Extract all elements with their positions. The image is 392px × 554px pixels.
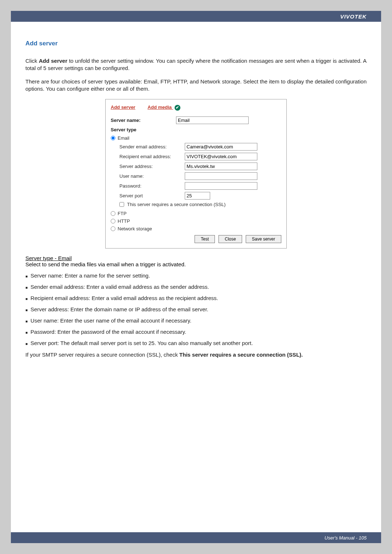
brand-text: VIVOTEK (340, 13, 367, 20)
bullet-list: Server name: Enter a name for the server… (25, 272, 367, 346)
add-media-link[interactable]: Add media ✔ (148, 104, 180, 110)
check-icon: ✔ (175, 105, 180, 111)
radio-email[interactable] (111, 136, 115, 140)
recipient-email-label: Recipient email address: (119, 154, 185, 159)
server-type-label: Server type (111, 127, 281, 132)
save-server-button[interactable]: Save server (246, 235, 281, 243)
sender-email-input[interactable] (185, 143, 257, 151)
footer-text: User's Manual - 105 (324, 535, 367, 541)
ssl-checkbox[interactable] (119, 202, 124, 207)
radio-email-label: Email (118, 135, 130, 141)
list-item: Server port: The default mail server por… (25, 340, 367, 346)
intro-paragraph-1: Click Add server to unfold the server se… (25, 57, 367, 72)
recipient-email-input[interactable] (185, 153, 257, 160)
section-title: Add server (25, 40, 367, 47)
radio-network-storage-row: Network storage (111, 226, 281, 231)
list-item: Sender email address: Enter a valid emai… (25, 284, 367, 290)
radio-network-storage[interactable] (111, 226, 115, 231)
email-fields: Sender email address: Recipient email ad… (119, 143, 281, 200)
radio-network-storage-label: Network storage (118, 226, 152, 231)
server-port-input[interactable] (185, 192, 210, 200)
server-type-email-subtext: Select to send the media files via email… (25, 261, 367, 267)
radio-http-row: HTTP (111, 218, 281, 224)
intro-paragraph-2: There are four choices of server types a… (25, 78, 367, 93)
password-label: Password: (119, 183, 185, 189)
radio-http[interactable] (111, 219, 115, 223)
radio-http-label: HTTP (118, 218, 130, 224)
footer-bar: User's Manual - 105 (11, 532, 381, 543)
add-server-dialog: Add server Add media ✔ Server name: Serv… (105, 99, 287, 249)
username-input[interactable] (185, 172, 257, 180)
add-media-link-label: Add media (148, 104, 172, 110)
add-server-link[interactable]: Add server (111, 104, 135, 110)
list-item: Password: Enter the password of the emai… (25, 329, 367, 335)
ssl-note: If your SMTP server requires a secure co… (25, 351, 367, 358)
list-item: Recipient email address: Enter a valid e… (25, 295, 367, 301)
intro-p1b: Add server (39, 58, 68, 64)
ssl-note-a: If your SMTP server requires a secure co… (25, 352, 179, 358)
server-type-email-heading: Server type - Email (25, 255, 367, 261)
list-item: User name: Enter the user name of the em… (25, 317, 367, 324)
ssl-label: This server requires a secure connection… (127, 202, 226, 207)
server-address-label: Server address: (119, 164, 185, 169)
test-button[interactable]: Test (195, 235, 215, 243)
server-name-label: Server name: (111, 118, 176, 123)
header-bar: VIVOTEK (11, 11, 381, 22)
sender-email-label: Sender email address: (119, 144, 185, 149)
server-port-label: Server port (119, 193, 185, 198)
dialog-tabs: Add server Add media ✔ (111, 104, 281, 111)
radio-ftp-label: FTP (118, 211, 127, 216)
radio-ftp[interactable] (111, 211, 115, 216)
close-button[interactable]: Close (219, 235, 242, 243)
server-name-input[interactable] (176, 116, 249, 124)
ssl-note-b: This server requires a secure connection… (179, 352, 303, 358)
radio-ftp-row: FTP (111, 211, 281, 216)
radio-email-row: Email (111, 135, 281, 141)
intro-p1a: Click (25, 58, 39, 64)
list-item: Server address: Enter the domain name or… (25, 306, 367, 312)
password-input[interactable] (185, 182, 257, 190)
intro-p1c: to unfold the server setting window. You… (25, 58, 367, 71)
server-address-input[interactable] (185, 163, 257, 170)
username-label: User name: (119, 173, 185, 179)
list-item: Server name: Enter a name for the server… (25, 272, 367, 279)
